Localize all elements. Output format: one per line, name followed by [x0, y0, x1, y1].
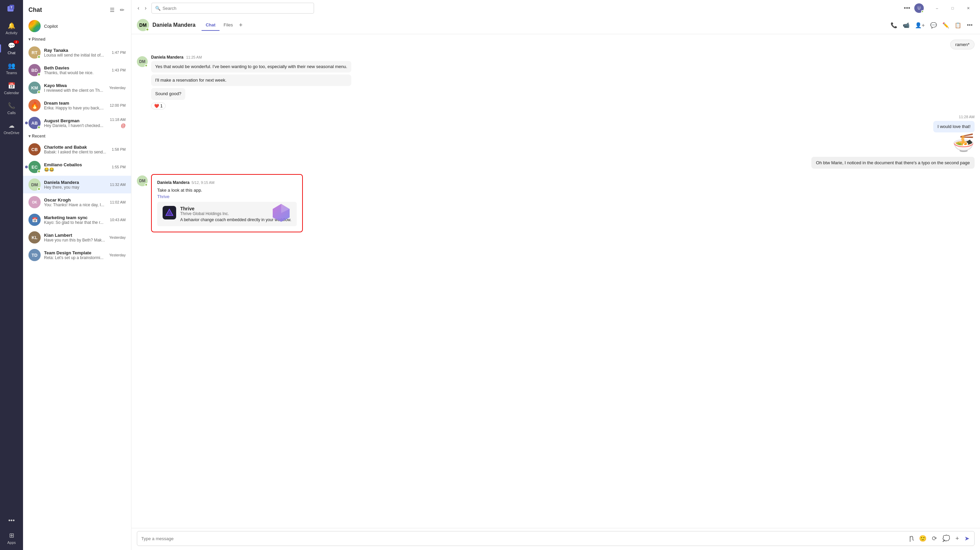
- chat-info-teamdesign: Team Design Template Reta: Let's set up …: [44, 250, 106, 260]
- suggestion-pill[interactable]: ramen*: [950, 40, 975, 49]
- chat-meta-dream: 12:00 PM: [110, 103, 126, 107]
- call-button[interactable]: 📞: [889, 20, 899, 30]
- chat-preview-aug: Hey Daniela, I haven't checked...: [44, 123, 107, 128]
- format-button[interactable]: Ꞃ: [907, 533, 916, 544]
- new-chat-button[interactable]: ✏: [119, 5, 126, 14]
- chat-preview-kian: Have you run this by Beth? Mak...: [44, 238, 106, 243]
- chat-list: RT Ray Tanaka Louisa will send the initi…: [23, 44, 131, 550]
- svg-text:T: T: [11, 6, 13, 9]
- minimize-button[interactable]: –: [929, 3, 945, 14]
- chat-header-avatar: DM: [137, 19, 149, 31]
- chat-preview-charlotte: Babak: I asked the client to send...: [44, 150, 108, 154]
- attach-button[interactable]: +: [953, 533, 961, 544]
- nav-item-teams[interactable]: 👥 Teams: [0, 59, 23, 78]
- sticker-button[interactable]: 💭: [940, 533, 952, 544]
- chat-preview-kayo: I reviewed with the client on Th...: [44, 88, 106, 93]
- chat-item-teamdesign[interactable]: TD Team Design Template Reta: Let's set …: [23, 246, 131, 264]
- chat-preview-ray: Louisa will send the initial list of...: [44, 53, 108, 57]
- maximize-button[interactable]: □: [945, 3, 960, 14]
- nav-item-calendar[interactable]: 📅 Calendar: [0, 79, 23, 97]
- nav-label-teams: Teams: [6, 71, 17, 75]
- status-online: [37, 55, 41, 59]
- nav-item-onedrive[interactable]: ☁ OneDrive: [0, 119, 23, 138]
- chat-item-emiliano[interactable]: EC Emiliano Ceballos 😂😂 1:55 PM: [23, 158, 131, 176]
- status-online-aug: [37, 126, 41, 129]
- nav-item-more[interactable]: •••: [0, 514, 23, 527]
- chat-item-ray[interactable]: RT Ray Tanaka Louisa will send the initi…: [23, 44, 131, 61]
- chat-item-kayo[interactable]: KM Kayo Miwa I reviewed with the client …: [23, 79, 131, 97]
- chat-item-kian[interactable]: KL Kian Lambert Have you run this by Bet…: [23, 229, 131, 246]
- sidebar-header: Chat ☰ ✏: [23, 0, 131, 17]
- bubble-btw: Oh btw Marie, I noticed in the document …: [811, 157, 975, 168]
- loop-button[interactable]: ⟳: [930, 533, 939, 544]
- more-header-button[interactable]: •••: [965, 20, 975, 30]
- forward-button[interactable]: ›: [143, 3, 148, 13]
- chat-badge: 2: [14, 40, 19, 44]
- chat-preview-dream: Erika: Happy to have you back,...: [44, 106, 107, 110]
- chat-item-beth[interactable]: BD Beth Davies Thanks, that would be nic…: [23, 61, 131, 79]
- avatar-aug: AB: [29, 117, 41, 129]
- video-call-button[interactable]: 📹: [901, 20, 912, 30]
- recent-section[interactable]: ▾ Recent: [23, 132, 131, 141]
- nav-item-chat[interactable]: 💬 2 Chat: [0, 39, 23, 57]
- search-bar[interactable]: 🔍: [151, 3, 314, 14]
- chat-time-teamdesign: Yesterday: [109, 253, 126, 257]
- add-tab-button[interactable]: +: [237, 20, 245, 31]
- emoji-button[interactable]: 🙂: [917, 533, 929, 544]
- chat-header-actions: 📞 📹 👤+ 💬 ✏️ 📋 •••: [889, 20, 975, 30]
- notes-button[interactable]: 📋: [953, 20, 963, 30]
- tab-chat[interactable]: Chat: [202, 20, 220, 31]
- msg-content-dm1: Daniela Mandera 11:25 AM Yes that would …: [151, 55, 351, 110]
- nav-item-apps[interactable]: ⊞ Apps: [0, 529, 23, 547]
- avatar-kayo: KM: [29, 82, 41, 94]
- chat-item-charlotte[interactable]: CB Charlotte and Babak Babak: I asked th…: [23, 141, 131, 158]
- user-avatar[interactable]: U: [914, 3, 924, 13]
- bubble-dm1-3: Sound good?: [151, 88, 185, 100]
- main-area: ‹ › 🔍 ••• U – □ ✕ DM Daniela Mandera Cha…: [131, 0, 980, 550]
- chat-item-aug[interactable]: AB August Bergman Hey Daniela, I haven't…: [23, 114, 131, 132]
- avatar-oscar: OK: [29, 196, 41, 208]
- chat-item-daniela[interactable]: DM Daniela Mandera Hey there, you may 11…: [23, 176, 131, 193]
- app-link[interactable]: Thrive: [157, 194, 169, 199]
- chat-meta-teamdesign: Yesterday: [109, 253, 126, 257]
- tab-files[interactable]: Files: [220, 20, 237, 31]
- reaction-dm1[interactable]: ❤️ 1: [151, 103, 165, 110]
- copilot-item[interactable]: Copilot: [23, 17, 131, 35]
- msg-sender-dm1: Daniela Mandera: [151, 55, 183, 60]
- chat-name-daniela: Daniela Mandera: [44, 180, 107, 185]
- chat-info-charlotte: Charlotte and Babak Babak: I asked the c…: [44, 145, 108, 154]
- app-card-inner: Thrive Thrive Global Holdings Inc. A beh…: [157, 202, 297, 226]
- chevron-down-icon-recent: ▾: [29, 134, 30, 138]
- chat-history-button[interactable]: 💬: [928, 20, 939, 30]
- chat-meta-beth: 1:43 PM: [112, 68, 126, 72]
- compose-box: Ꞃ 🙂 ⟳ 💭 + ➤: [137, 531, 975, 546]
- chat-name-dream: Dream team: [44, 100, 107, 106]
- chat-item-marketing[interactable]: 📅 Marketing team sync Kayo: So glad to h…: [23, 211, 131, 229]
- chat-item-dream[interactable]: 🔥 Dream team Erika: Happy to have you ba…: [23, 97, 131, 114]
- chat-name-beth: Beth Davies: [44, 65, 108, 70]
- pinned-label: Pinned: [32, 37, 45, 42]
- nav-item-activity[interactable]: 🔔 Activity: [0, 19, 23, 38]
- app-card-intro: Take a look at this app.: [157, 188, 297, 193]
- filter-button[interactable]: ☰: [108, 5, 116, 14]
- chat-info-beth: Beth Davies Thanks, that would be nice.: [44, 65, 108, 75]
- send-button[interactable]: ➤: [963, 533, 972, 544]
- whiteboard-button[interactable]: ✏️: [940, 20, 951, 30]
- close-button[interactable]: ✕: [960, 3, 976, 14]
- add-people-button[interactable]: 👤+: [913, 20, 927, 30]
- avatar-beth: BD: [29, 64, 41, 76]
- more-options-button[interactable]: •••: [902, 3, 912, 13]
- chat-time-daniela: 11:32 AM: [110, 183, 126, 187]
- sidebar: Chat ☰ ✏ Copilot ▾ Pi: [23, 0, 131, 550]
- pinned-section[interactable]: ▾ Pinned: [23, 35, 131, 44]
- status-online-emiliano: [37, 170, 41, 173]
- chat-item-oscar[interactable]: OK Oscar Krogh You: Thanks! Have a nice …: [23, 193, 131, 211]
- msg-meta-dm1: Daniela Mandera 11:25 AM: [151, 55, 351, 60]
- compose-input[interactable]: [140, 533, 906, 545]
- chat-info-dream: Dream team Erika: Happy to have you back…: [44, 100, 107, 110]
- back-button[interactable]: ‹: [135, 3, 141, 13]
- mention-icon-aug: @: [121, 123, 126, 128]
- search-input[interactable]: [162, 6, 310, 11]
- nav-item-calls[interactable]: 📞 Calls: [0, 99, 23, 118]
- user-status-dot: [921, 10, 924, 13]
